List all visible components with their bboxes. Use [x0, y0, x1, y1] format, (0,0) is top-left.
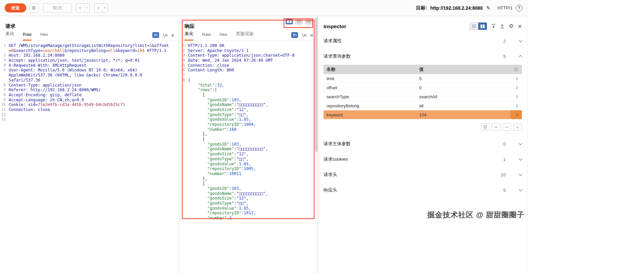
code-line: Safari/537.36 — [0, 78, 179, 83]
gear-icon: ⚙ — [509, 23, 513, 29]
section-label: 响应头 — [324, 187, 337, 193]
code-line: "goodsValue":1.85, — [179, 206, 318, 211]
request-settings-button[interactable]: ⚙ — [29, 3, 38, 12]
repeater-window: 发送 ⚙ 取消 < ▾ > ▾ 目标: http://192.168.2.24:… — [0, 0, 528, 274]
tab-Raw[interactable]: Raw — [23, 32, 32, 41]
inspector-table-view-button[interactable] — [469, 22, 478, 30]
param-row-repositoryBelong[interactable]: repositoryBelongall — [324, 101, 522, 110]
edit-target-icon[interactable]: ✎ — [486, 5, 491, 11]
inspector-settings-button[interactable]: ⚙ — [509, 23, 513, 29]
code-line: "goodsValue":1.85, — [179, 162, 318, 167]
code-line: 4X-Requested-With: XMLHttpRequest — [0, 63, 179, 68]
inspector-section-request-attributes[interactable]: 请求属性 2 — [318, 33, 527, 49]
section-count: 1 — [503, 157, 506, 162]
code-line: 3Content-Type: application/json;charset=… — [179, 53, 318, 58]
chevron-down-icon — [518, 157, 522, 160]
code-line: 7Referer: http://192.168.2.24:8080/WMS/ — [0, 88, 179, 93]
inspector-section-cookies[interactable]: 请求cookies 1 — [318, 152, 527, 167]
code-line: 8{ — [179, 78, 318, 83]
code-line: "goodsSize":"12", — [179, 152, 318, 157]
request-editor[interactable]: 1GET /WMS/storageManage/getStorageListWi… — [0, 43, 179, 122]
layout-stacked-button[interactable] — [295, 18, 303, 24]
code-line: "goodsSize":"12", — [179, 107, 318, 112]
editor-menu-icon[interactable]: ≡ — [171, 32, 174, 38]
chevron-right-icon[interactable] — [510, 110, 522, 119]
code-line: 10Cookie: sid=71e2e9fb-cd3a-445b-9549-b0… — [0, 102, 179, 107]
tab-美化[interactable]: 美化 — [185, 31, 193, 41]
word-wrap-icon[interactable] — [152, 32, 159, 38]
section-count: 0 — [503, 142, 506, 147]
chevron-right-icon[interactable] — [510, 92, 522, 101]
code-line: 11Connection: close — [0, 107, 179, 112]
editor-menu-icon[interactable]: ≡ — [310, 32, 313, 38]
forward-dropdown-icon[interactable]: ▾ — [102, 4, 107, 12]
delete-param-button[interactable] — [481, 123, 490, 131]
add-param-button[interactable]: + — [513, 123, 522, 131]
query-params-table-header: 名称 值 — [324, 65, 522, 74]
tab-Hex[interactable]: Hex — [40, 32, 48, 41]
param-row-offset[interactable]: offset0 — [324, 83, 522, 92]
code-line: 5Connection: close — [179, 63, 318, 68]
inspector-header-icons: ⚙ × — [469, 22, 522, 30]
chevron-right-icon[interactable] — [510, 74, 522, 83]
move-param-down-button[interactable] — [492, 123, 500, 131]
code-line: =0&searchType=searchAll&repositoryBelong… — [0, 48, 179, 53]
param-row-keyword[interactable]: keyword104 — [324, 110, 522, 119]
code-line: "goodsType":"□□", — [179, 201, 318, 206]
request-tabs: 美化RawHex \n ≡ — [0, 30, 179, 41]
code-line: "goodsID":103, — [179, 142, 318, 147]
help-icon[interactable]: ? — [516, 5, 523, 11]
code-line: AppleWebKit/537.36 (KHTML, like Gecko) C… — [0, 73, 179, 78]
target-url: http://192.168.2.24:8080 — [430, 5, 483, 11]
show-newlines-icon[interactable]: \n — [163, 33, 167, 38]
tab-美化[interactable]: 美化 — [5, 31, 14, 41]
layout-toggle-group — [286, 18, 312, 24]
inspector-section-query-params[interactable]: 请求查询参数 5 — [318, 49, 527, 64]
query-params-toolbar: + — [324, 123, 522, 131]
response-editor[interactable]: 1HTTP/1.1 200 OK2Server: Apache-Coyote/1… — [179, 43, 318, 221]
request-panel-title: 请求 — [0, 16, 179, 30]
history-back-control: < ▾ — [76, 3, 90, 12]
chevron-down-icon — [518, 141, 522, 145]
expand-all-button[interactable] — [491, 24, 496, 29]
forward-arrow-icon[interactable]: > — [95, 4, 102, 12]
response-scrollbar[interactable] — [315, 16, 318, 274]
inspector-section-response-headers[interactable]: 响应头 5 — [318, 182, 527, 198]
chevron-right-icon[interactable] — [510, 101, 522, 110]
inspector-close-button[interactable]: × — [518, 23, 522, 30]
word-wrap-icon[interactable] — [291, 32, 298, 38]
back-arrow-icon[interactable]: < — [77, 4, 84, 12]
scrollbar-thumb[interactable] — [315, 18, 317, 152]
param-name: repositoryBelong — [324, 103, 419, 108]
param-row-searchType[interactable]: searchTypesearchAll — [324, 92, 522, 101]
tab-Raw[interactable]: Raw — [202, 32, 211, 41]
code-line: "rows":[ — [179, 88, 318, 93]
param-value: all — [419, 103, 510, 108]
chevron-down-icon — [518, 172, 522, 176]
http-version-label[interactable]: HTTP/1 — [497, 5, 512, 10]
chevron-up-icon — [518, 55, 522, 59]
cancel-button[interactable]: 取消 — [43, 3, 71, 12]
code-line: 3Accept: application/json, text/javascri… — [0, 58, 179, 63]
tab-Hex[interactable]: Hex — [219, 32, 227, 41]
code-line: "number":10011 — [179, 171, 318, 176]
tab-页面渲染[interactable]: 页面渲染 — [236, 31, 253, 41]
code-line: 12 — [0, 112, 179, 117]
layout-tabs-button[interactable] — [305, 18, 312, 24]
table-options-icon[interactable] — [510, 65, 522, 74]
back-dropdown-icon[interactable]: ▾ — [84, 4, 89, 12]
layout-columns-button[interactable] — [286, 18, 293, 24]
move-param-up-button[interactable] — [502, 123, 511, 131]
section-label: 请求主体参数 — [324, 141, 351, 147]
collapse-all-button[interactable] — [500, 24, 504, 29]
param-row-limit[interactable]: limit5 — [324, 74, 522, 83]
inspector-section-request-headers[interactable]: 请求头 10 — [318, 167, 527, 182]
inspector-columns-view-button[interactable] — [478, 22, 487, 30]
toolbar-divider — [494, 4, 494, 12]
history-forward-control: > ▾ — [94, 3, 108, 12]
chevron-down-icon — [518, 38, 522, 42]
show-newlines-icon[interactable]: \n — [302, 33, 306, 38]
send-button[interactable]: 发送 — [5, 3, 26, 12]
chevron-right-icon[interactable] — [510, 83, 522, 92]
inspector-section-body-params[interactable]: 请求主体参数 0 — [318, 136, 527, 152]
